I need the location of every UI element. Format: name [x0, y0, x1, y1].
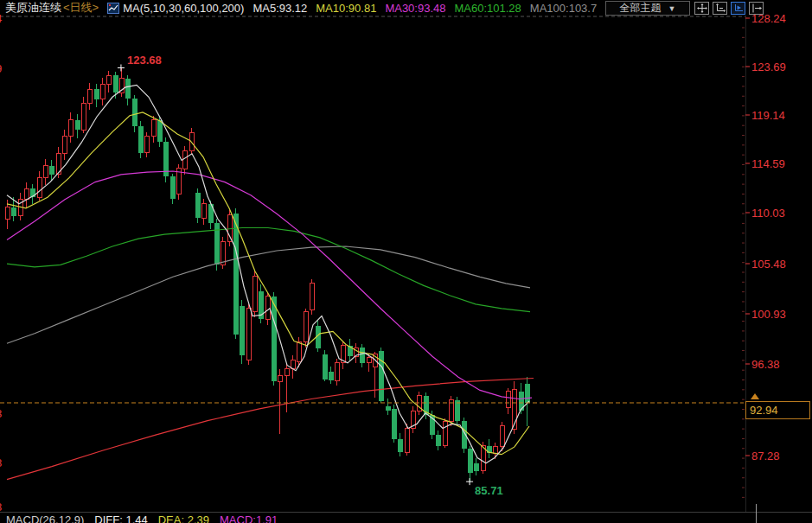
- macd-dea-value: DEA: 2.39: [158, 513, 209, 523]
- low-price-annotation: 85.71: [475, 484, 503, 497]
- chart-legend-header: 美原油连续 <日线> MA(5,10,30,60,100,200) MA5:93…: [0, 0, 597, 16]
- ma60-value: MA60:101.28: [455, 2, 521, 15]
- ma10-value: MA10:90.81: [316, 2, 376, 15]
- axis-scale-icon[interactable]: [713, 2, 727, 15]
- macd-settings-label[interactable]: MACD(26,12,9): [6, 513, 84, 523]
- ma-settings-label[interactable]: MA(5,10,30,60,100,200): [123, 2, 244, 15]
- chart-type-icon[interactable]: [107, 3, 119, 14]
- candles: [5, 67, 530, 482]
- ma5-value: MA5:93.12: [253, 2, 307, 15]
- last-price-value: 92.94: [750, 404, 778, 417]
- auto-scale-icon[interactable]: [731, 2, 745, 15]
- svg-text:114.59: 114.59: [751, 157, 785, 170]
- trading-app-window: 128.24123.69119.14114.59110.03105.48100.…: [0, 0, 812, 523]
- pan-move-icon[interactable]: [694, 2, 709, 15]
- svg-text:96.38: 96.38: [751, 358, 780, 371]
- svg-text:100.93: 100.93: [751, 308, 786, 321]
- left-axis-clipped-digit: 3: [0, 407, 2, 420]
- chart-toolbar: 全部主题 ▼: [605, 1, 764, 16]
- left-axis-clipped-digit: 8: [0, 456, 2, 469]
- low-cross-marker: [466, 478, 473, 485]
- pane-divider-handle[interactable]: [756, 504, 757, 523]
- ma-line-ma30: [7, 171, 532, 399]
- svg-text:119.14: 119.14: [751, 109, 785, 122]
- chevron-down-icon: ▼: [668, 4, 676, 13]
- high-cross-marker: [118, 64, 125, 71]
- svg-text:123.69: 123.69: [751, 61, 786, 73]
- svg-text:87.28: 87.28: [751, 450, 780, 462]
- themes-dropdown-label: 全部主题: [620, 1, 662, 16]
- ma-line-ma200: [7, 379, 534, 480]
- ma30-value: MA30:93.48: [385, 2, 445, 15]
- price-up-arrow-icon: [751, 393, 759, 399]
- last-price-tag: 92.94: [745, 401, 810, 419]
- symbol-name[interactable]: 美原油连续: [5, 0, 61, 16]
- macd-pane-header: MACD(26,12,9) DIFF: 1.44 DEA: 2.39 MACD:…: [6, 513, 278, 523]
- themes-dropdown[interactable]: 全部主题 ▼: [605, 1, 690, 16]
- pane-divider[interactable]: [0, 512, 812, 513]
- svg-text:105.48: 105.48: [751, 258, 786, 271]
- period-label[interactable]: <日线>: [63, 0, 99, 16]
- high-price-annotation: 123.68: [127, 54, 162, 67]
- macd-macd-value: MACD:1.91: [220, 513, 278, 523]
- svg-text:110.03: 110.03: [751, 207, 785, 220]
- ma100-value: MA100:103.7: [530, 2, 597, 15]
- left-axis-clipped-digit: 9: [0, 62, 2, 75]
- candlestick-chart[interactable]: 128.24123.69119.14114.59110.03105.48100.…: [0, 0, 812, 523]
- macd-diff-value: DIFF: 1.44: [94, 513, 147, 523]
- chart-tool-buttons: [694, 2, 764, 15]
- pan-right-icon[interactable]: [749, 2, 764, 15]
